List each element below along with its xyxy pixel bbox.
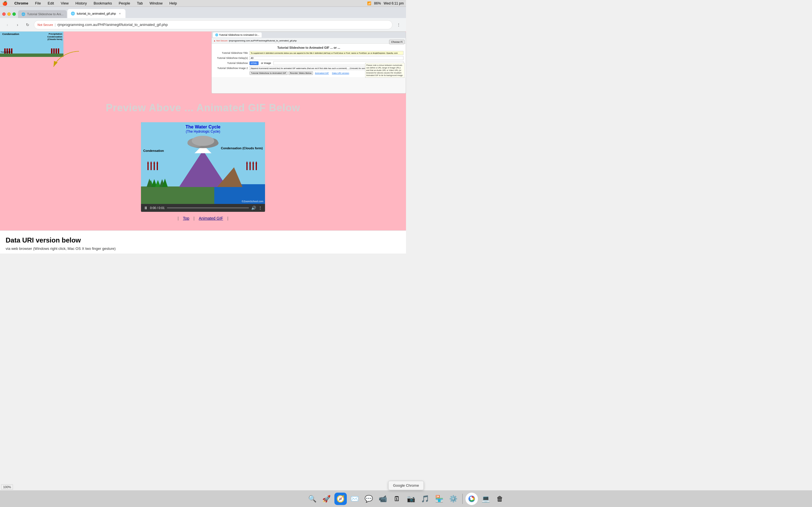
svg-rect-25 <box>256 163 257 170</box>
data-uri-section: Data URI version below via web browser (… <box>0 230 406 253</box>
animated-gif-link[interactable]: Animated GIF <box>197 215 225 221</box>
condensation-label-left: Condensation <box>143 149 164 152</box>
mini-tab-active: 🌐 Tutorial Slideshow to Animated GI... <box>213 33 262 38</box>
video-section: The Water Cycle (The Hydrologic Cycle) C… <box>0 119 406 230</box>
mini-label-slideshow: Tutorial Slideshow <box>214 62 248 64</box>
water-cycle-scene: The Water Cycle (The Hydrologic Cycle) C… <box>141 122 265 204</box>
menu-tab[interactable]: Tab <box>136 1 144 5</box>
svg-rect-13 <box>151 163 152 170</box>
close-button[interactable] <box>2 12 6 16</box>
mini-page-title: Tutorial Slideshow to Animated GIF ... o… <box>214 46 403 49</box>
menu-edit[interactable]: Edit <box>47 1 55 5</box>
content-area: Condensation Precipitation Condensation(… <box>0 32 406 253</box>
tab-title-inactive: Tutorial Slideshow to Ani... <box>27 12 63 16</box>
evap-arrows-right-main <box>246 161 257 170</box>
mini-html-button[interactable]: HTML <box>250 61 259 65</box>
preview-top-area: Condensation Precipitation Condensation(… <box>0 32 406 94</box>
mini-btn-data-uri[interactable]: Data URI version <box>331 71 350 75</box>
extensions-button[interactable]: ⋮ <box>395 21 403 29</box>
menu-history[interactable]: History <box>74 1 88 5</box>
trees-group <box>145 173 170 187</box>
maximize-button[interactable] <box>12 12 16 16</box>
svg-rect-15 <box>154 163 155 170</box>
security-indicator: Not Secure <box>38 23 53 26</box>
menu-file[interactable]: File <box>34 1 42 5</box>
mini-address-bar: ▲ Not Secure rjmprogramming.com.au/PHP/a… <box>212 38 406 44</box>
mini-choose-button[interactable]: Choose Fi <box>389 40 405 44</box>
mini-btn-create[interactable]: Tutorial Slideshow to Animated GIF <box>250 71 288 75</box>
menu-window[interactable]: Window <box>148 1 163 5</box>
data-uri-subtitle: via web browser (Windows right click, Ma… <box>6 246 400 251</box>
tab-close-button[interactable]: × <box>117 11 122 16</box>
menu-chrome[interactable]: Chrome <box>13 1 29 5</box>
url-text: rjmprogramming.com.au/PHP/animegif/tutor… <box>57 22 168 27</box>
mini-favicon: 🌐 <box>215 34 218 36</box>
transpiration-label: Transpiration <box>1 51 12 53</box>
mini-tab-bar: 🌐 Tutorial Slideshow to Animated GI... <box>212 32 406 38</box>
svg-marker-18 <box>156 161 158 163</box>
svg-point-4 <box>192 136 214 146</box>
menu-bookmarks[interactable]: Bookmarks <box>93 1 113 5</box>
svg-marker-12 <box>147 161 149 163</box>
mini-btn-animated-gif[interactable]: Animated GIF <box>314 71 330 75</box>
mini-url-text: rjmprogramming.com.au/PHP/animegif/tutor… <box>229 40 297 42</box>
precipitation-label-preview: Precipitation <box>49 33 62 35</box>
tab-inactive[interactable]: 🌐 Tutorial Slideshow to Ani... <box>18 10 67 18</box>
pause-button[interactable]: ⏸ <box>144 206 148 210</box>
data-uri-title: Data URI version below <box>6 236 400 244</box>
video-controls: ⏸ 0:00 / 0:01 🔊 ⋮ <box>141 204 265 212</box>
svg-marker-16 <box>153 161 155 163</box>
tab-strip: 🌐 Tutorial Slideshow to Ani... 🌐 tutoria… <box>18 9 404 18</box>
mini-label-delay: Tutorial Slideshow Delay(s) <box>214 57 248 59</box>
mini-btn-reorder[interactable]: Reorder Slides Below <box>289 71 313 75</box>
tab-bar: 🌐 Tutorial Slideshow to Ani... 🌐 tutoria… <box>0 7 406 18</box>
volume-button[interactable]: 🔊 <box>251 206 256 210</box>
menu-view[interactable]: View <box>59 1 70 5</box>
tab-active[interactable]: 🌐 tutorial_to_animated_gif.php × <box>67 9 125 18</box>
scene-title: The Water Cycle <box>141 124 265 129</box>
traffic-lights <box>2 12 18 18</box>
menu-bar: 🍎 Chrome File Edit View History Bookmark… <box>0 0 406 7</box>
mini-input-title[interactable] <box>250 51 403 55</box>
svg-marker-26 <box>255 161 257 163</box>
scene-subtitle: (The Hydrologic Cycle) <box>141 129 265 133</box>
menu-help[interactable]: Help <box>168 1 178 5</box>
wifi-icon: 📶 <box>367 1 371 5</box>
tab-favicon-inactive: 🌐 <box>21 12 26 16</box>
svg-marker-14 <box>150 161 152 163</box>
svg-marker-22 <box>249 161 251 163</box>
evap-arrows-left-main <box>147 161 158 170</box>
svg-rect-19 <box>246 163 248 170</box>
preview-heading: Preview Above ... Animated GIF Below <box>0 94 406 119</box>
nav-separator-right: | <box>227 216 229 221</box>
progress-bar[interactable] <box>167 207 249 209</box>
condensation-label-preview: Condensation <box>2 33 19 36</box>
mini-row-delay: Tutorial Slideshow Delay(s) <box>214 56 403 60</box>
back-button[interactable]: ‹ <box>3 21 11 29</box>
tab-title-active: tutorial_to_animated_gif.php <box>77 12 116 15</box>
mini-or-text: or Image <box>261 62 271 64</box>
clouds <box>185 135 221 150</box>
nav-separator-left: | <box>177 216 179 221</box>
video-container: The Water Cycle (The Hydrologic Cycle) C… <box>141 122 265 212</box>
mini-input-delay[interactable] <box>250 56 403 60</box>
forward-button[interactable]: › <box>13 21 21 29</box>
battery-indicator: 86% <box>374 1 381 5</box>
pointer-arrow <box>51 48 85 72</box>
mini-label-image2: Tutorial Slideshow Image 2 <box>214 67 248 69</box>
svg-marker-20 <box>246 161 248 163</box>
url-bar[interactable]: Not Secure | rjmprogramming.com.au/PHP/a… <box>34 20 393 29</box>
minimize-button[interactable] <box>7 12 11 16</box>
condensation-label-preview2: Condensation(Clouds form) <box>47 36 62 41</box>
svg-rect-21 <box>250 163 251 170</box>
condensation-label-right: Condensation (Clouds form) <box>221 146 263 150</box>
top-link[interactable]: Top <box>181 215 192 221</box>
more-options-button[interactable]: ⋮ <box>258 206 262 210</box>
mini-url: ▲ Not Secure <box>213 40 227 42</box>
menu-people[interactable]: People <box>117 1 131 5</box>
mini-note-box: Please note a minus between numericals c… <box>365 63 405 78</box>
brown-hill <box>217 167 243 187</box>
apple-menu[interactable]: 🍎 <box>2 1 8 6</box>
refresh-button[interactable]: ↻ <box>24 21 32 29</box>
time-display: 0:00 / 0:01 <box>150 206 165 210</box>
